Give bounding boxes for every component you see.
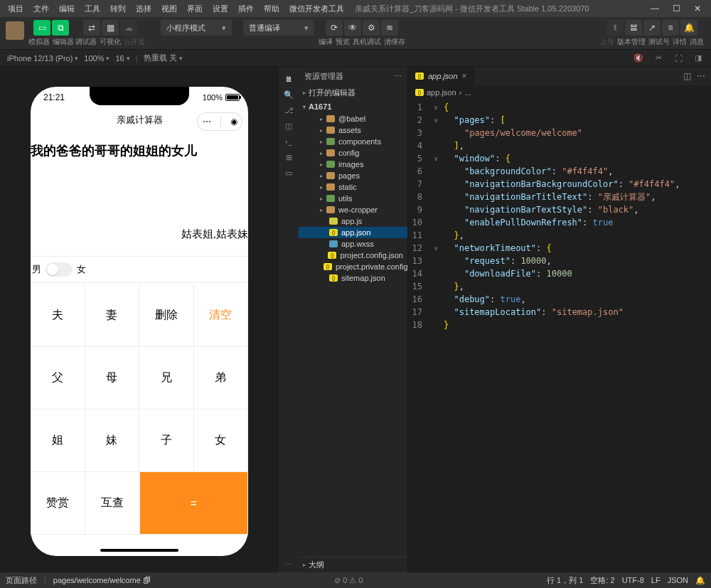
tree-item-config[interactable]: ▸config [299,147,407,159]
compile-button[interactable]: ⟳ [326,20,343,36]
messages-button[interactable]: 🔔 [680,20,697,36]
menu-编辑[interactable]: 编辑 [54,4,80,14]
project-section[interactable]: A1671 [299,100,407,113]
debugger-toggle[interactable]: ⇄ [83,20,100,36]
gender-switch[interactable] [46,262,73,277]
keypad-父[interactable]: 父 [31,347,85,410]
capsule[interactable]: ⋯◉ [197,112,242,131]
keypad-弟[interactable]: 弟 [194,347,249,410]
keypad-兄[interactable]: 兄 [139,347,194,410]
tree-item-app.json[interactable]: app.json [299,227,407,238]
keypad-姐[interactable]: 姐 [31,410,85,472]
device-dropdown[interactable]: iPhone 12/13 (Pro) [7,54,78,63]
real-debug-button[interactable]: ⚙ [363,20,380,36]
tree-item-project.private.config.js...[interactable]: project.private.config.js... [299,261,407,272]
editor-tab-app-json[interactable]: app.json × [408,67,475,85]
tree-item-static[interactable]: ▸static [299,181,407,193]
tree-item-we-cropper[interactable]: ▸we-cropper [299,204,407,215]
simulator-toggle[interactable]: ▭ [33,20,50,36]
window-close-button[interactable]: ✕ [687,4,708,14]
menu-转到[interactable]: 转到 [105,4,131,14]
keypad-清空[interactable]: 清空 [194,284,249,347]
keypad-女[interactable]: 女 [194,410,249,472]
problems[interactable]: ⊘ 0 ⚠ 0 [334,576,363,585]
upload-button[interactable]: ⬆ [606,20,624,36]
tree-item-app.js[interactable]: app.js [299,215,407,227]
mute-icon[interactable]: 🔇 [633,53,644,63]
encoding[interactable]: UTF-8 [622,576,644,584]
zoom-dropdown[interactable]: 100% [84,54,109,63]
keypad-妹[interactable]: 妹 [85,410,140,472]
font-dropdown[interactable]: 16 [115,54,129,63]
page-path-label[interactable]: 页面路径 [6,575,37,586]
keypad-互查[interactable]: 互查 [85,472,140,535]
split-editor-icon[interactable]: ◫ [683,71,691,81]
capsule-close-icon[interactable]: ◉ [230,117,237,127]
compile-dropdown[interactable]: 普通编译 [243,20,314,36]
plugin-icon[interactable]: ⊞ [279,149,299,165]
keypad-=[interactable]: = [140,472,249,535]
tree-item-project.config.json[interactable]: project.config.json [299,250,407,261]
menu-选择[interactable]: 选择 [131,4,156,14]
outline-section[interactable]: 大纲 [299,557,407,572]
menu-插件[interactable]: 插件 [233,4,259,14]
language-mode[interactable]: JSON [668,576,688,584]
menu-工具[interactable]: 工具 [80,4,105,14]
preview-button[interactable]: 👁 [344,20,361,36]
search-icon[interactable]: 🔍 [279,87,299,102]
tree-item-assets[interactable]: ▸assets [299,124,407,136]
keypad-子[interactable]: 子 [139,410,194,472]
phone-icon[interactable]: ▭ [279,165,299,181]
editor-more-icon[interactable]: ⋯ [697,71,705,81]
breadcrumb[interactable]: app.json › ... [408,85,711,100]
keypad-妻[interactable]: 妻 [85,284,140,347]
menu-界面[interactable]: 界面 [182,4,208,14]
menu-文件[interactable]: 文件 [28,4,54,14]
keypad-母[interactable]: 母 [85,347,140,410]
explorer-icon[interactable]: 🗎 [279,71,299,87]
menu-视图[interactable]: 视图 [156,4,182,14]
details-button[interactable]: ≡ [662,20,679,36]
version-button[interactable]: 𝌡 [625,20,642,36]
capsule-menu-icon[interactable]: ⋯ [203,117,211,127]
dock-icon[interactable]: ◨ [693,53,704,63]
editor-toggle[interactable]: ⧉ [52,20,69,36]
tree-item-app.wxss[interactable]: app.wxss [299,238,407,250]
menu-项目[interactable]: 项目 [3,4,28,14]
open-editors-section[interactable]: 打开的编辑器 [299,85,407,100]
eol[interactable]: LF [651,576,661,584]
avatar[interactable] [6,21,24,40]
window-minimize-button[interactable]: — [644,4,665,14]
cursor-position[interactable]: 行 1，列 1 [547,575,583,586]
keypad-赞赏[interactable]: 赞赏 [31,472,85,535]
menu-设置[interactable]: 设置 [208,4,233,14]
tree-item-@babel[interactable]: ▸@babel [299,113,407,124]
more-icon[interactable]: ⋯ [279,557,299,572]
keypad-夫[interactable]: 夫 [31,284,85,347]
tree-item-utils[interactable]: ▸utils [299,193,407,204]
tree-item-images[interactable]: ▸images [299,159,407,170]
code-area[interactable]: 123456789101112131415161718 vvvv { "page… [408,100,711,572]
menu-帮助[interactable]: 帮助 [259,4,284,14]
git-icon[interactable]: ⎇ [279,102,299,118]
clear-cache-button[interactable]: ≋ [381,20,398,36]
page-path[interactable]: pages/welcome/welcome 🗐 [53,576,151,584]
indent[interactable]: 空格: 2 [590,575,614,586]
visualization-toggle[interactable]: ▦ [102,20,119,36]
expand-icon[interactable]: ⛶ [673,54,684,63]
menu-微信开发者工具[interactable]: 微信开发者工具 [284,4,349,14]
cut-icon[interactable]: ✂ [653,53,664,63]
copy-icon[interactable]: 🗐 [143,576,151,584]
window-maximize-button[interactable]: ☐ [665,4,687,14]
testacct-button[interactable]: ↗ [643,20,661,36]
component-icon[interactable]: ◫ [279,118,299,134]
tree-item-pages[interactable]: ▸pages [299,170,407,181]
keypad-删除[interactable]: 删除 [139,284,194,347]
cloud-toggle[interactable]: ☁ [120,20,137,36]
mode-dropdown[interactable]: 小程序模式 [161,20,232,36]
terminal-icon[interactable]: ›_ [279,134,299,149]
explorer-more-icon[interactable]: ⋯ [394,72,402,81]
notification-icon[interactable]: 🔔 [695,576,705,585]
tree-item-sitemap.json[interactable]: sitemap.json [299,272,407,284]
hotreload-dropdown[interactable]: 热重载 关 [144,53,183,63]
